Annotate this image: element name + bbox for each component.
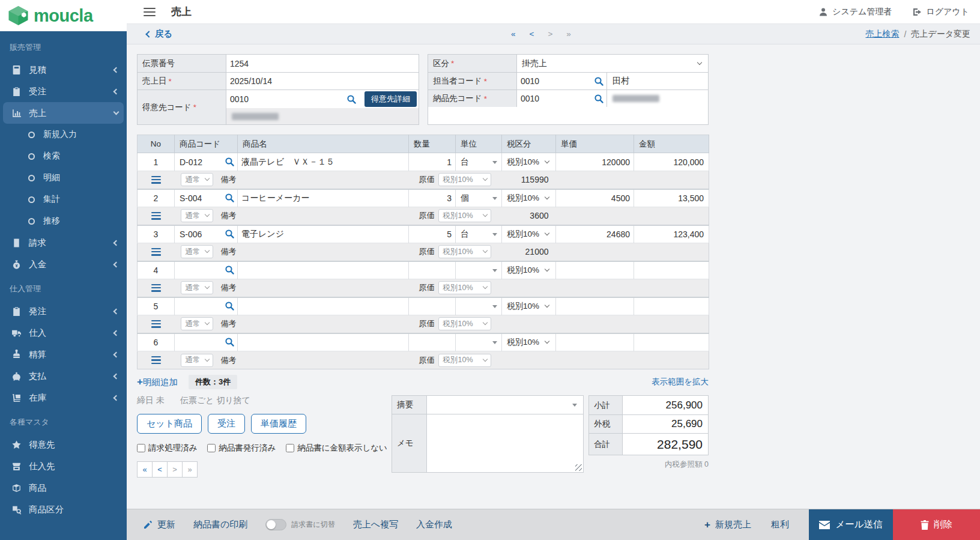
product-code-field[interactable] (176, 300, 225, 313)
quantity-field[interactable] (409, 300, 455, 313)
drag-handle-icon[interactable] (151, 248, 161, 256)
product-search-icon[interactable] (225, 229, 235, 239)
delivery-issued-checkbox-input[interactable] (207, 444, 216, 452)
set-product-button[interactable]: セット商品 (137, 414, 202, 434)
hide-amount-checkbox-input[interactable] (286, 444, 294, 452)
product-name-field[interactable] (238, 156, 408, 169)
memo-textarea[interactable] (427, 414, 583, 472)
unit-price-field[interactable] (556, 156, 634, 169)
product-code-field[interactable] (176, 336, 225, 349)
sidebar-item-estimate[interactable]: 見積 (0, 59, 127, 80)
delete-button[interactable]: 削除 (893, 509, 980, 540)
cost-field[interactable] (496, 173, 552, 186)
invoice-toggle[interactable] (265, 519, 286, 530)
quantity-field[interactable] (409, 228, 455, 241)
line-type-select[interactable]: 通常 (181, 281, 213, 294)
expand-range-link[interactable]: 表示範囲を拡大 (652, 377, 709, 387)
unit-select[interactable] (456, 262, 501, 279)
drag-handle-icon[interactable] (151, 284, 161, 292)
sidebar-subitem-new-entry[interactable]: 新規入力 (0, 124, 127, 145)
bottom-pager-next[interactable]: > (167, 461, 183, 478)
print-delivery-button[interactable]: 納品書の印刷 (193, 519, 247, 530)
quantity-field[interactable] (409, 336, 455, 349)
line-type-select[interactable]: 通常 (181, 245, 213, 258)
add-detail-button[interactable]: +明細追加 (137, 376, 178, 388)
pager-next[interactable]: > (548, 29, 552, 38)
unit-price-field[interactable] (556, 264, 634, 277)
resize-grip-icon[interactable] (575, 464, 582, 471)
note-field[interactable] (241, 245, 412, 258)
update-button[interactable]: 更新 (143, 519, 175, 530)
billed-checkbox[interactable]: 請求処理済み (137, 443, 197, 454)
sidebar-item-sales[interactable]: 売上 (3, 102, 124, 124)
hide-amount-checkbox[interactable]: 納品書に金額表示しない (286, 443, 387, 454)
logout-button[interactable]: ログアウト (912, 7, 969, 17)
sidebar-item-inventory[interactable]: 在庫 (0, 387, 127, 408)
billed-checkbox-input[interactable] (137, 444, 145, 452)
sidebar-item-supplier[interactable]: 仕入先 (0, 455, 127, 477)
cost-tax-select[interactable]: 税別10% (438, 317, 491, 330)
product-code-field[interactable] (176, 156, 225, 169)
sales-date-field[interactable] (226, 74, 419, 88)
gross-profit-button[interactable]: 粗利 (771, 519, 789, 530)
product-search-icon[interactable] (225, 337, 235, 347)
product-search-icon[interactable] (225, 193, 235, 203)
tax-select[interactable]: 税別10% (502, 298, 555, 315)
cost-field[interactable] (496, 317, 552, 330)
order-button[interactable]: 受注 (208, 414, 245, 434)
sidebar-item-order[interactable]: 受注 (0, 80, 127, 102)
sidebar-item-product[interactable]: 商品 (0, 477, 127, 499)
summary-select[interactable] (427, 396, 583, 414)
menu-toggle-icon[interactable] (144, 8, 156, 16)
sidebar-subitem-detail[interactable]: 明細 (0, 167, 127, 189)
note-field[interactable] (241, 354, 412, 367)
product-code-field[interactable] (176, 264, 225, 277)
note-field[interactable] (241, 173, 412, 186)
unit-select[interactable]: 台 (456, 226, 501, 243)
sidebar-item-settlement[interactable]: 精算 (0, 344, 127, 365)
quantity-field[interactable] (409, 192, 455, 205)
slip-no-field[interactable] (226, 57, 419, 70)
customer-detail-button[interactable]: 得意先詳細 (364, 91, 417, 107)
back-button[interactable]: 戻る (147, 28, 172, 40)
unit-select[interactable]: 個 (456, 190, 501, 207)
pager-first[interactable]: « (511, 29, 516, 38)
drag-handle-icon[interactable] (151, 176, 161, 184)
drag-handle-icon[interactable] (151, 212, 161, 220)
bottom-pager-last[interactable]: » (182, 461, 198, 478)
line-type-select[interactable]: 通常 (181, 173, 213, 186)
delivery-search-icon[interactable] (594, 94, 604, 104)
sidebar-item-purchase[interactable]: 仕入 (0, 322, 127, 344)
unit-select[interactable]: 台 (456, 153, 501, 171)
product-code-field[interactable] (176, 192, 225, 205)
customer-search-icon[interactable] (346, 94, 357, 105)
price-history-button[interactable]: 単価履歴 (251, 414, 306, 434)
product-name-field[interactable] (238, 228, 408, 241)
tax-select[interactable]: 税別10% (502, 226, 555, 243)
product-search-icon[interactable] (225, 301, 235, 311)
tax-select[interactable]: 税別10% (502, 334, 555, 351)
sidebar-item-deposit[interactable]: ¥入金 (0, 253, 127, 275)
breadcrumb-link[interactable]: 売上検索 (865, 29, 899, 40)
product-search-icon[interactable] (225, 157, 235, 167)
cost-tax-select[interactable]: 税別10% (438, 281, 491, 294)
bottom-pager-first[interactable]: « (137, 461, 153, 478)
unit-price-field[interactable] (556, 336, 634, 349)
cost-tax-select[interactable]: 税別10% (438, 354, 491, 367)
current-user[interactable]: システム管理者 (818, 7, 892, 17)
delivery-code-field[interactable] (517, 92, 577, 105)
sidebar-subitem-trend[interactable]: 推移 (0, 210, 127, 232)
cost-field[interactable] (496, 354, 552, 367)
product-search-icon[interactable] (225, 265, 235, 275)
category-select[interactable]: 掛売上 (517, 55, 708, 72)
tax-select[interactable]: 税別10% (502, 190, 555, 207)
product-name-field[interactable] (238, 300, 408, 313)
unit-select[interactable] (456, 334, 501, 351)
sidebar-item-purchase-order[interactable]: 発注 (0, 300, 127, 322)
product-name-field[interactable] (238, 264, 408, 277)
note-field[interactable] (241, 317, 412, 330)
line-type-select[interactable]: 通常 (181, 317, 213, 330)
new-sales-button[interactable]: +新規売上 (704, 519, 751, 531)
cost-field[interactable] (496, 281, 552, 294)
sidebar-subitem-summary[interactable]: 集計 (0, 189, 127, 210)
